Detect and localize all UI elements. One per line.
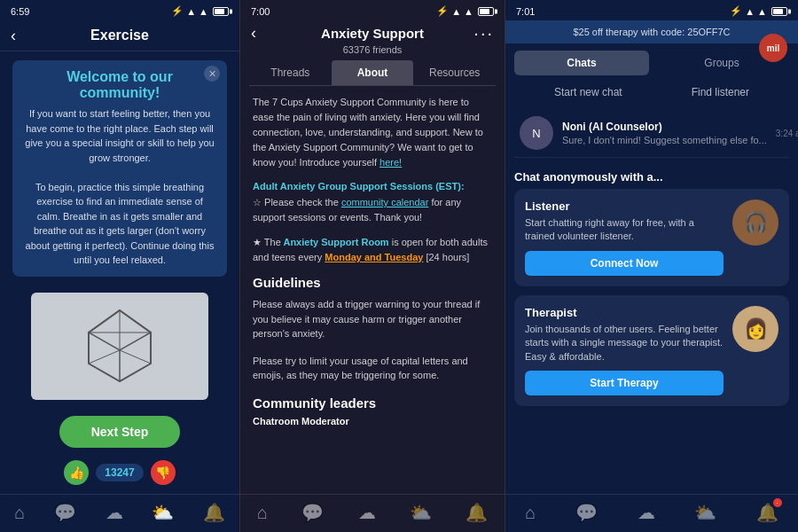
- listener-desc: Start chatting right away for free, with…: [525, 216, 724, 244]
- listener-title: Listener: [525, 200, 724, 213]
- room-days: Monday and Tuesday: [325, 252, 423, 262]
- back-button-1[interactable]: ‹: [11, 27, 16, 45]
- svg-line-5: [120, 350, 151, 364]
- exercise-title: Exercise: [90, 27, 149, 43]
- status-icons-1: ⚡ ▲ ▲: [171, 5, 229, 17]
- vote-row: 👍 13247 👎: [64, 460, 175, 485]
- more-options-button[interactable]: ···: [473, 23, 494, 43]
- chat-body: N Noni (AI Counselor) Sure, I don't mind…: [505, 109, 798, 494]
- status-icons-3: ⚡ ▲ ▲: [730, 5, 787, 17]
- vote-down-button[interactable]: 👎: [151, 460, 176, 485]
- exercise-header: ‹ Exercise: [0, 20, 239, 51]
- time-2: 7:00: [251, 6, 270, 17]
- nav-home-3[interactable]: ⌂: [525, 503, 536, 523]
- nav-home-2[interactable]: ⌂: [257, 503, 268, 523]
- here-link[interactable]: here!: [379, 157, 402, 168]
- guideline-2: Please try to limit your usage of capita…: [253, 354, 492, 383]
- status-bar-3: 7:01 ⚡ ▲ ▲: [505, 0, 798, 20]
- tab-threads[interactable]: Threads: [249, 60, 332, 85]
- signal-icon-3: ▲: [757, 6, 767, 17]
- tab-about[interactable]: About: [332, 60, 414, 85]
- close-icon[interactable]: ✕: [204, 66, 220, 82]
- listener-card: Listener Start chatting right away for f…: [514, 189, 789, 286]
- nav-mood-3[interactable]: ⛅: [694, 502, 716, 523]
- nav-bell-1[interactable]: 🔔: [203, 502, 225, 523]
- bluetooth-icon-2: ⚡: [436, 5, 449, 17]
- listener-icon: 🎧: [732, 200, 778, 246]
- noni-chat-info: Noni (AI Counselor) Sure, I don't mind! …: [562, 121, 767, 145]
- next-step-button[interactable]: Next Step: [59, 416, 181, 448]
- community-leaders-title: Community leaders: [253, 395, 492, 411]
- therapist-desc: Join thousands of other users. Feeling b…: [525, 323, 724, 364]
- svg-line-6: [89, 350, 120, 364]
- time-3: 7:01: [516, 6, 535, 17]
- bluetooth-icon-3: ⚡: [730, 5, 742, 17]
- wifi-icon: ▲: [186, 6, 196, 17]
- signal-icon-2: ▲: [464, 6, 473, 17]
- noni-avatar: N: [520, 116, 553, 150]
- room-text: ★ The Anxiety Support Room is open for b…: [253, 235, 492, 264]
- anxiety-header: ‹ Anxiety Support ···: [240, 20, 505, 48]
- back-button-2[interactable]: ‹: [251, 24, 256, 43]
- connect-now-button[interactable]: Connect Now: [525, 251, 724, 276]
- battery-icon-3: [771, 7, 787, 16]
- nav-mood-1[interactable]: ⛅: [152, 502, 174, 523]
- noni-preview: Sure, I don't mind! Suggest something el…: [562, 135, 767, 145]
- panel-chat: 7:01 ⚡ ▲ ▲ $25 off therapy with code: 25…: [505, 0, 798, 532]
- tab-resources[interactable]: Resources: [413, 60, 496, 85]
- nav-mood-2[interactable]: ⛅: [410, 502, 432, 523]
- chatroom-mod-label: Chatroom Moderator: [253, 416, 492, 426]
- guidelines-title: Guidelines: [253, 275, 492, 290]
- nav-community-1[interactable]: ☁: [106, 502, 123, 523]
- vote-count: 13247: [96, 464, 143, 481]
- status-icons-2: ⚡ ▲ ▲: [436, 5, 494, 17]
- start-new-chat-button[interactable]: Start new chat: [547, 82, 630, 102]
- nav-chat-1[interactable]: 💬: [54, 502, 76, 523]
- bottom-nav-2: ⌂ 💬 ☁ ⛅ 🔔: [240, 494, 505, 532]
- therapist-card: Therapist Join thousands of other users.…: [514, 295, 789, 406]
- panel-exercise: 6:59 ⚡ ▲ ▲ ‹ Exercise ✕ Welcome to our c…: [0, 0, 239, 532]
- guideline-1: Please always add a trigger warning to y…: [253, 297, 492, 341]
- anxiety-title: Anxiety Support: [321, 26, 424, 41]
- noni-name: Noni (AI Counselor): [562, 121, 767, 133]
- vote-up-button[interactable]: 👍: [64, 460, 89, 485]
- nav-home-1[interactable]: ⌂: [14, 503, 25, 523]
- nav-community-3[interactable]: ☁: [638, 502, 655, 523]
- bottom-nav-3: ⌂ 💬 ☁ ⛅ 🔔·: [505, 494, 798, 532]
- battery-icon-2: [478, 7, 494, 16]
- room-name: Anxiety Support Room: [281, 237, 389, 247]
- find-listener-button[interactable]: Find listener: [685, 82, 756, 102]
- nav-community-2[interactable]: ☁: [358, 502, 376, 523]
- wifi-icon-3: ▲: [745, 6, 755, 17]
- breathing-exercise-image: [31, 293, 208, 401]
- nav-bell-3[interactable]: 🔔·: [756, 502, 778, 523]
- start-therapy-button[interactable]: Start Therapy: [525, 371, 724, 395]
- chat-item-noni[interactable]: N Noni (AI Counselor) Sure, I don't mind…: [514, 109, 789, 158]
- session-label: Adult Anxiety Group Support Sessions (ES…: [253, 181, 492, 192]
- user-avatar[interactable]: mil: [759, 34, 787, 62]
- bluetooth-icon: ⚡: [171, 5, 184, 17]
- nav-chat-2[interactable]: 💬: [301, 502, 324, 523]
- battery-icon: [213, 7, 229, 16]
- action-row: Start new chat Find listener: [505, 75, 798, 109]
- panel-anxiety-support: 7:00 ⚡ ▲ ▲ ‹ Anxiety Support ··· 63376 f…: [239, 0, 505, 532]
- tab-chats[interactable]: Chats: [514, 51, 649, 75]
- wifi-icon-2: ▲: [451, 6, 461, 17]
- nav-chat-3[interactable]: 💬: [575, 502, 598, 523]
- listener-card-info: Listener Start chatting right away for f…: [525, 200, 724, 276]
- promo-banner[interactable]: $25 off therapy with code: 25OFF7C: [505, 20, 798, 43]
- exercise-content: ✕ Welcome to our community! If you want …: [0, 51, 239, 494]
- anxiety-body: The 7 Cups Anxiety Support Community is …: [240, 86, 505, 494]
- gem-svg: [75, 306, 164, 386]
- calendar-link[interactable]: community calendar: [341, 197, 428, 207]
- therapist-icon: 👩: [732, 306, 778, 352]
- anxiety-tabs: Threads About Resources: [249, 60, 496, 86]
- bottom-nav-1: ⌂ 💬 ☁ ⛅ 🔔: [0, 494, 239, 532]
- status-bar-2: 7:00 ⚡ ▲ ▲: [240, 0, 505, 20]
- nav-bell-2[interactable]: 🔔: [466, 502, 488, 523]
- welcome-text: If you want to start feeling better, the…: [25, 106, 215, 268]
- community-description: The 7 Cups Anxiety Support Community is …: [253, 95, 492, 170]
- welcome-title: Welcome to our community!: [25, 69, 215, 101]
- signal-icon: ▲: [199, 6, 208, 17]
- therapist-title: Therapist: [525, 306, 724, 319]
